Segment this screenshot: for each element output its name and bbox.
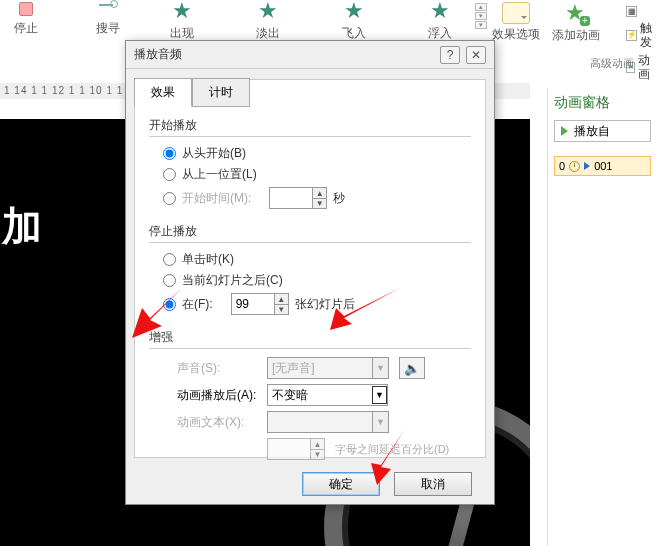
- label-start-time: 开始时间(M):: [182, 190, 251, 207]
- ribbon-group-label: 高级动画: [590, 56, 634, 71]
- add-animation[interactable]: 添加动画: [552, 2, 600, 44]
- dialog-title: 播放音频: [134, 46, 182, 63]
- gallery-nav[interactable]: ▴▾▾: [475, 3, 487, 30]
- ribbon: 停止 搜寻 ★出现 ★淡出 ★飞入 ★浮入 ▴▾▾ 效果选项 添加动画 ▦ ⚡触…: [0, 0, 657, 45]
- ribbon-fade[interactable]: ★淡出: [256, 0, 280, 42]
- trigger-menu[interactable]: ⚡触发: [626, 21, 657, 49]
- play-audio-dialog: 播放音频 ? ✕ 效果 计时 开始播放 从头开始(B) 从上一位置(L) 开始时…: [125, 40, 495, 505]
- label-after-current: 当前幻灯片之后(C): [182, 272, 283, 289]
- ribbon-flyin[interactable]: ★飞入: [342, 0, 366, 42]
- enhance-legend: 增强: [149, 329, 173, 346]
- anim-text-label: 动画文本(X):: [177, 414, 257, 431]
- sound-label: 声音(S):: [177, 360, 257, 377]
- close-icon[interactable]: ✕: [466, 46, 486, 64]
- radio-start-time[interactable]: [163, 192, 176, 205]
- radio-from-last[interactable]: [163, 168, 176, 181]
- anim-pane-title: 动画窗格: [554, 94, 651, 112]
- start-time-input[interactable]: [270, 188, 312, 208]
- group-start-playback: 开始播放 从头开始(B) 从上一位置(L) 开始时间(M): ▲▼ 秒: [149, 117, 471, 213]
- stop-at-spinner[interactable]: ▲▼: [231, 293, 289, 315]
- letter-delay-label: 字母之间延迟百分比(D): [335, 442, 449, 457]
- speaker-icon[interactable]: 🔈: [399, 357, 425, 379]
- seconds-label: 秒: [333, 190, 345, 207]
- dialog-body: 效果 计时 开始播放 从头开始(B) 从上一位置(L) 开始时间(M): ▲▼: [134, 79, 486, 458]
- anim-list-item[interactable]: 0 001: [554, 156, 651, 176]
- stop-at-input[interactable]: [232, 294, 274, 314]
- anim-text-combo: ▼: [267, 411, 389, 433]
- tab-effect[interactable]: 效果: [134, 78, 192, 107]
- play-from-button[interactable]: 播放自: [554, 120, 651, 142]
- after-anim-combo[interactable]: 不变暗▼: [267, 384, 388, 406]
- effect-options[interactable]: 效果选项: [492, 2, 540, 43]
- letter-delay-spinner: ▲▼: [267, 438, 325, 460]
- ribbon-floatin[interactable]: ★浮入: [428, 0, 452, 42]
- radio-after-current[interactable]: [163, 274, 176, 287]
- stop-legend: 停止播放: [149, 223, 197, 240]
- anim-pane-toggle[interactable]: ▦: [626, 6, 657, 17]
- ribbon-seek[interactable]: 搜寻: [96, 0, 120, 37]
- group-stop-playback: 停止播放 单击时(K) 当前幻灯片之后(C) 在(F): ▲▼ 张幻灯片后: [149, 223, 471, 319]
- ribbon-stop[interactable]: 停止: [14, 0, 38, 37]
- dialog-titlebar: 播放音频 ? ✕: [126, 41, 494, 69]
- ok-button[interactable]: 确定: [302, 472, 380, 496]
- radio-stop-at[interactable]: [163, 298, 176, 311]
- effect-options-icon: [502, 2, 530, 24]
- play-icon: [561, 126, 568, 136]
- tab-timing[interactable]: 计时: [192, 78, 250, 107]
- label-stop-at: 在(F):: [182, 296, 213, 313]
- start-time-spinner[interactable]: ▲▼: [269, 187, 327, 209]
- ribbon-appear[interactable]: ★出现: [170, 0, 194, 42]
- add-anim-star-icon: [563, 2, 589, 26]
- label-from-last: 从上一位置(L): [182, 166, 257, 183]
- dialog-tabs: 效果 计时: [134, 79, 485, 107]
- clock-icon: [569, 161, 580, 172]
- sound-combo[interactable]: [无声音]▼: [267, 357, 389, 379]
- start-legend: 开始播放: [149, 117, 197, 134]
- after-anim-label: 动画播放后(A):: [177, 387, 257, 404]
- animation-pane: 动画窗格 播放自 0 001: [547, 88, 657, 546]
- dialog-footer: 确定 取消: [126, 472, 494, 496]
- radio-on-click[interactable]: [163, 253, 176, 266]
- spinner-buttons[interactable]: ▲▼: [274, 294, 288, 314]
- group-enhance: 增强 声音(S): [无声音]▼ 🔈 动画播放后(A): 不变暗▼ 动画文本(: [149, 329, 471, 465]
- slides-after-label: 张幻灯片后: [295, 296, 355, 313]
- label-on-click: 单击时(K): [182, 251, 234, 268]
- label-from-beginning: 从头开始(B): [182, 145, 246, 162]
- slide-title-text: 添加: [0, 199, 44, 254]
- cancel-button[interactable]: 取消: [394, 472, 472, 496]
- radio-from-beginning[interactable]: [163, 147, 176, 160]
- play-small-icon: [584, 162, 590, 170]
- dialog-help-icon[interactable]: ?: [440, 46, 460, 64]
- spinner-buttons[interactable]: ▲▼: [312, 188, 326, 208]
